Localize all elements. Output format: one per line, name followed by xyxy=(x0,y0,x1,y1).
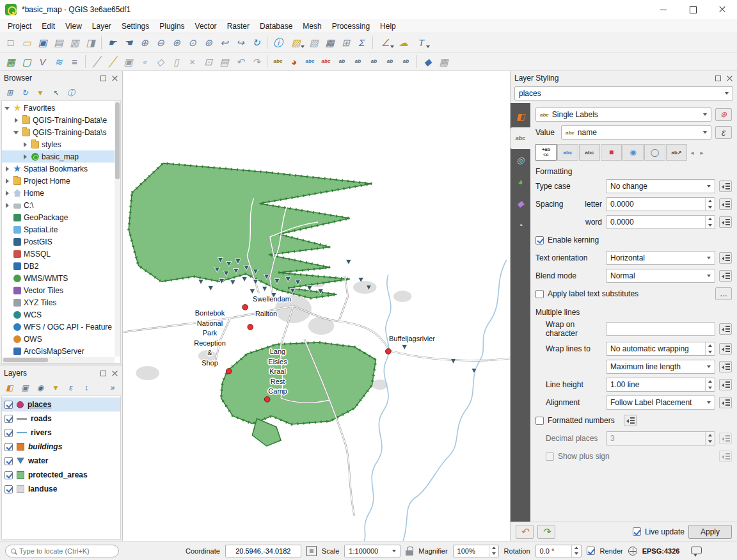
add-group-button[interactable]: ▣ xyxy=(18,381,32,394)
browser-item-db2[interactable]: DB2 xyxy=(2,260,120,272)
data-defined-override-button[interactable] xyxy=(719,343,732,355)
undock-panel-icon[interactable] xyxy=(715,76,721,81)
highlight-pinned-labels-button[interactable]: abc xyxy=(302,54,318,69)
save-layer-edits-button[interactable]: ▣ xyxy=(120,54,136,69)
spinner-arrows[interactable] xyxy=(705,216,715,228)
metasearch-button[interactable]: ▦ xyxy=(436,54,452,69)
browser-item-ows[interactable]: OWS xyxy=(2,333,120,345)
browser-item-postgis[interactable]: PostGIS xyxy=(2,236,120,248)
statistical-summary-button[interactable]: Σ xyxy=(354,35,370,51)
identify-features-button[interactable]: ⓘ xyxy=(270,35,286,51)
maximize-button[interactable] xyxy=(678,0,708,19)
browser-vertical-scrollbar[interactable] xyxy=(115,101,120,356)
browser-item-styles[interactable]: styles xyxy=(2,138,120,150)
browser-item-mssql[interactable]: MSSQL xyxy=(2,248,120,260)
open-layer-styling-button[interactable]: ◧ xyxy=(3,381,17,394)
browser-properties-button[interactable]: ⓘ xyxy=(64,86,78,99)
paste-features-button[interactable]: ▤ xyxy=(216,54,232,69)
tab-scroll-right-icon[interactable]: ▸ xyxy=(697,144,706,161)
manage-map-themes-button[interactable]: ◉ xyxy=(33,381,47,394)
menu-view[interactable]: View xyxy=(60,20,87,32)
data-defined-override-button[interactable] xyxy=(719,323,732,335)
browser-item-c-drive[interactable]: C:\ xyxy=(2,199,120,211)
close-button[interactable] xyxy=(708,0,737,19)
menu-plugins[interactable]: Plugins xyxy=(154,20,189,32)
locator-search[interactable] xyxy=(5,545,119,557)
browser-item-spatial-bookmarks[interactable]: Spatial Bookmarks xyxy=(2,163,120,175)
browser-item-spatialite[interactable]: SpatiaLite xyxy=(2,223,120,236)
open-attribute-table-button[interactable]: ▦ xyxy=(322,35,338,51)
filter-legend-button[interactable]: ▼ xyxy=(49,381,63,394)
pin-unpin-labels-button[interactable]: ab xyxy=(334,54,350,69)
menu-database[interactable]: Database xyxy=(255,20,297,32)
wrap-lines-spinner[interactable]: No automatic wrapping xyxy=(606,342,715,356)
label-type-selector[interactable]: abc Single Labels xyxy=(535,108,711,122)
coordinate-input[interactable] xyxy=(230,547,297,555)
mask-tab[interactable]: ◎ xyxy=(511,149,530,171)
layer-visibility-checkbox[interactable] xyxy=(4,443,13,451)
minimize-button[interactable] xyxy=(649,0,678,19)
layer-visibility-checkbox[interactable] xyxy=(4,429,13,437)
expander-icon[interactable] xyxy=(4,166,11,172)
menu-vector[interactable]: Vector xyxy=(190,20,222,32)
new-geopackage-layer-button[interactable]: ▢ xyxy=(19,54,35,69)
scrollbar-thumb[interactable] xyxy=(115,102,120,179)
tab-scroll-left-icon[interactable]: ◂ xyxy=(688,144,697,161)
layer-row-rivers[interactable]: rivers xyxy=(2,426,120,440)
live-update-checkbox[interactable] xyxy=(633,527,641,536)
menu-layer[interactable]: Layer xyxy=(87,20,116,32)
text-annotation-button[interactable]: T xyxy=(411,35,431,51)
coordinate-box[interactable] xyxy=(225,545,301,557)
formatting-tab[interactable]: +ab <c xyxy=(535,144,557,161)
browser-item-home[interactable]: Home xyxy=(2,187,120,199)
symbology-tab[interactable]: ◧ xyxy=(511,106,530,127)
render-checkbox[interactable] xyxy=(587,547,595,555)
expander-icon[interactable] xyxy=(13,129,20,136)
layer-row-roads[interactable]: roads xyxy=(2,412,120,426)
rotation-spinner[interactable]: 0.0 ° xyxy=(535,545,582,557)
data-defined-override-button[interactable] xyxy=(719,379,732,390)
magnifier-spinner[interactable]: 100% xyxy=(453,545,499,557)
new-print-layout-button[interactable]: ▤ xyxy=(51,35,67,51)
field-calculator-button[interactable]: ⊞ xyxy=(338,35,354,51)
expand-collapse-button[interactable]: ↕ xyxy=(79,381,93,394)
copy-features-button[interactable]: ⊡ xyxy=(200,54,216,69)
history-tab[interactable]: ◔ xyxy=(511,214,530,236)
new-spatialite-layer-button[interactable]: ≋ xyxy=(51,54,67,69)
shadow-tab[interactable]: ◉ xyxy=(622,144,644,161)
enable-kerning-checkbox[interactable] xyxy=(535,236,544,244)
spinner-arrows[interactable] xyxy=(705,342,715,355)
lock-scale-icon[interactable] xyxy=(406,546,413,556)
show-hide-labels-button[interactable]: ab xyxy=(350,54,366,69)
value-expression-selector[interactable]: abc name xyxy=(561,125,711,140)
crs-globe-icon[interactable] xyxy=(628,547,637,556)
open-project-button[interactable]: ▭ xyxy=(19,35,35,51)
styling-layer-selector[interactable]: places xyxy=(514,86,733,100)
data-defined-override-button[interactable] xyxy=(719,216,732,228)
close-panel-icon[interactable] xyxy=(111,75,118,82)
menu-processing[interactable]: Processing xyxy=(327,20,375,32)
layer-row-buildings[interactable]: buildings xyxy=(2,440,120,454)
line-height-spinner[interactable]: 1.00 line xyxy=(606,378,715,392)
menu-mesh[interactable]: Mesh xyxy=(297,20,326,32)
layer-visibility-checkbox[interactable] xyxy=(4,401,13,409)
show-hidden-labels-button[interactable]: abc xyxy=(318,54,334,69)
rotate-label-button[interactable]: ab xyxy=(382,54,398,69)
word-spacing-spinner[interactable]: 0.0000 xyxy=(606,215,715,229)
change-label-button[interactable]: ab xyxy=(398,54,414,69)
map-tips-button[interactable]: ☁ xyxy=(395,35,411,51)
map-canvas[interactable]: Swellendam Railton Bontebok National Par… xyxy=(123,71,510,541)
layer-visibility-checkbox[interactable] xyxy=(4,485,13,493)
3d-view-tab[interactable]: ◆ xyxy=(511,193,530,214)
browser-item-training-data-e[interactable]: QGIS-Training-Data\e xyxy=(2,114,120,126)
blend-mode-selector[interactable]: Normal xyxy=(606,269,715,283)
vertex-tool-button[interactable]: ◇ xyxy=(152,54,168,69)
expander-icon[interactable] xyxy=(4,178,11,184)
data-defined-override-button[interactable] xyxy=(624,415,637,426)
menu-project[interactable]: Project xyxy=(3,20,36,32)
layer-visibility-checkbox[interactable] xyxy=(4,471,13,479)
browser-collapse-all-button[interactable]: ↖ xyxy=(49,86,63,99)
new-shapefile-layer-button[interactable]: V xyxy=(35,54,51,69)
data-defined-override-button[interactable] xyxy=(719,361,732,372)
callouts-tab[interactable]: ◯ xyxy=(644,144,665,161)
